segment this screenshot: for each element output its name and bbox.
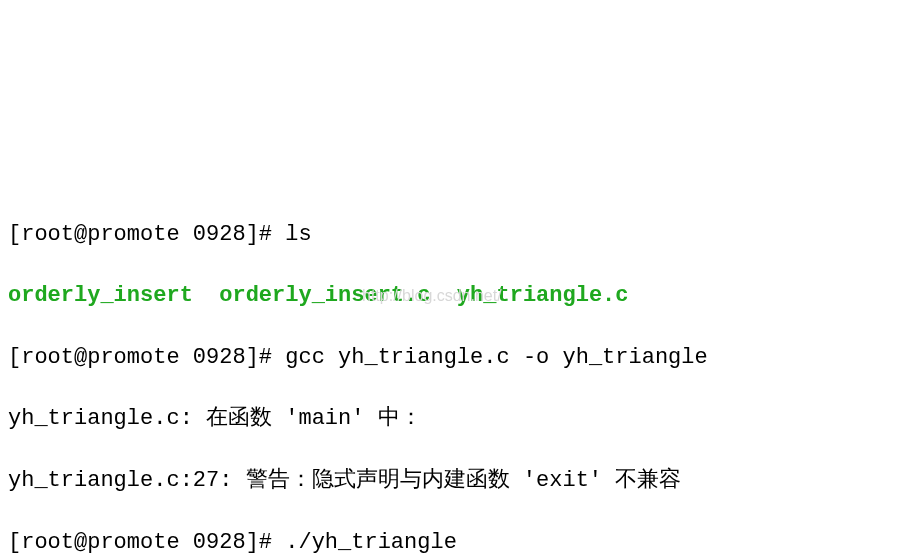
ls-output: orderly_insert orderly_insert.c yh_trian… [8, 281, 896, 312]
shell-prompt: [root@promote 0928]# [8, 222, 285, 247]
shell-prompt: [root@promote 0928]# [8, 530, 285, 555]
command-ls: ls [285, 222, 311, 247]
command-run: ./yh_triangle [285, 530, 457, 555]
shell-prompt: [root@promote 0928]# [8, 345, 285, 370]
command-gcc: gcc yh_triangle.c -o yh_triangle [285, 345, 707, 370]
gcc-output-1: yh_triangle.c: 在函数 'main' 中： [8, 404, 896, 435]
gcc-output-2: yh_triangle.c:27: 警告：隐式声明与内建函数 'exit' 不兼… [8, 466, 896, 497]
terminal-output[interactable]: [root@promote 0928]# ls orderly_insert o… [8, 189, 896, 556]
